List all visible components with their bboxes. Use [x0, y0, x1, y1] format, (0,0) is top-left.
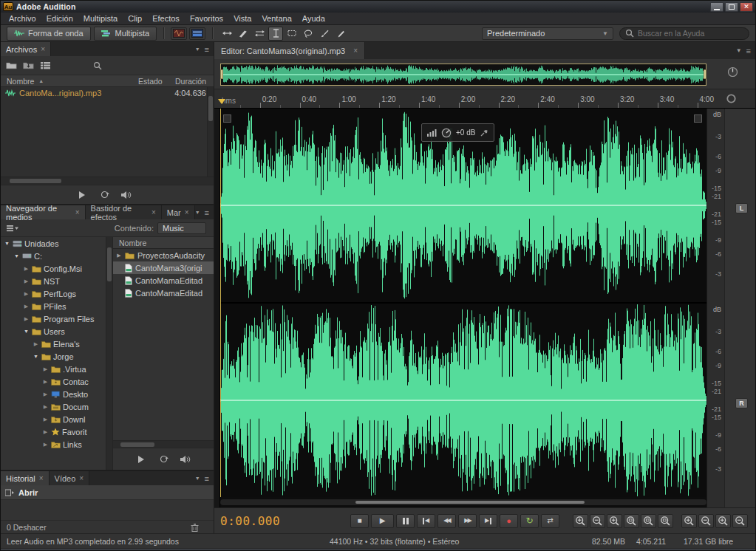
- left-channel-badge[interactable]: L: [735, 203, 748, 213]
- forma-de-onda-button[interactable]: Forma de onda: [7, 27, 91, 41]
- column-duracion[interactable]: Duración: [169, 77, 214, 86]
- pin-icon[interactable]: [480, 129, 488, 137]
- right-channel-badge[interactable]: R: [735, 398, 748, 408]
- panel-menu-icon[interactable]: ≡: [205, 208, 209, 217]
- expand-icon[interactable]: ▶: [42, 366, 49, 372]
- import-media-button[interactable]: [21, 59, 35, 72]
- chevron-down-icon[interactable]: ▼: [736, 47, 742, 54]
- close-button[interactable]: ✕: [740, 2, 753, 12]
- spectral-display-button[interactable]: [189, 27, 205, 40]
- paintbrush-tool-button[interactable]: [317, 27, 332, 41]
- lasso-tool-button[interactable]: [301, 27, 316, 41]
- column-nombre[interactable]: Nombre▲: [1, 77, 138, 86]
- tree-item-virtua[interactable]: ▶.Virtua: [1, 363, 112, 375]
- tree-item-links[interactable]: ▶Links: [1, 438, 112, 451]
- playhead-marker[interactable]: [218, 99, 225, 108]
- expand-icon[interactable]: ▶: [33, 341, 39, 347]
- play-button[interactable]: [134, 453, 149, 466]
- rewind-button[interactable]: ◀◀: [437, 514, 456, 528]
- tree-item-c[interactable]: ▼C:: [1, 250, 112, 262]
- collapse-icon[interactable]: ▼: [4, 241, 10, 246]
- workspace-dropdown[interactable]: Predeterminado ▼: [482, 27, 613, 40]
- list-view-button[interactable]: [38, 59, 52, 72]
- horizontal-zoom-in-button[interactable]: [715, 514, 731, 528]
- expand-icon[interactable]: ▶: [42, 379, 49, 385]
- tree-item-downl[interactable]: ▶Downl: [1, 413, 112, 425]
- menu-archivo[interactable]: Archivo: [4, 14, 41, 23]
- tree-item-pfiles[interactable]: ▶PFiles: [1, 300, 112, 312]
- media-item-cantomama3-origi[interactable]: CantoMama3(origi: [113, 261, 214, 274]
- overview-waveform[interactable]: [220, 64, 706, 86]
- knob-icon[interactable]: [727, 66, 738, 78]
- search-button[interactable]: [90, 59, 105, 72]
- level-meter-icon[interactable]: [726, 93, 737, 104]
- vertical-zoom-out-button[interactable]: [698, 514, 714, 528]
- close-icon[interactable]: ×: [151, 208, 156, 216]
- tree-item-contac[interactable]: ▶Contac: [1, 375, 112, 388]
- loop-button[interactable]: [156, 453, 171, 466]
- files-vertical-scrollbar[interactable]: [207, 87, 214, 177]
- menu-favoritos[interactable]: Favoritos: [185, 14, 228, 23]
- expand-icon[interactable]: ▶: [23, 266, 30, 272]
- expand-icon[interactable]: ▶: [42, 404, 49, 410]
- zoom-selection-button[interactable]: [624, 514, 639, 528]
- time-display[interactable]: 0:00.000: [220, 514, 288, 528]
- playhead-line[interactable]: [220, 109, 221, 497]
- loop-button[interactable]: [97, 188, 112, 202]
- files-tab-archivos[interactable]: Archivos×: [1, 42, 51, 56]
- menu-multipista[interactable]: Multipista: [78, 14, 123, 23]
- help-search-box[interactable]: [619, 27, 749, 40]
- expand-icon[interactable]: ▶: [42, 429, 49, 435]
- collapse-icon[interactable]: ▼: [23, 329, 30, 334]
- multipista-button[interactable]: Multipista: [94, 27, 157, 41]
- close-icon[interactable]: ×: [185, 208, 189, 216]
- help-search-input[interactable]: [638, 29, 734, 38]
- panel-menu-icon[interactable]: ≡: [205, 45, 209, 54]
- media-tab-mar[interactable]: Mar×: [162, 205, 195, 219]
- overview-left-handle[interactable]: [220, 69, 223, 79]
- skip-forward-button[interactable]: ▶: [479, 514, 497, 528]
- tree-item-favorit[interactable]: ▶Favorit: [1, 425, 112, 438]
- marquee-tool-button[interactable]: [285, 27, 299, 41]
- play-button[interactable]: [75, 188, 89, 202]
- maximize-button[interactable]: [725, 2, 738, 12]
- tree-item-program-files[interactable]: ▶Program Files: [1, 312, 112, 325]
- history-entry-abrir[interactable]: Abrir: [1, 485, 214, 500]
- tree-vertical-scrollbar[interactable]: [106, 237, 112, 470]
- zoom-right-edge-button[interactable]: [658, 514, 673, 528]
- zoom-in-selection-button[interactable]: [607, 514, 622, 528]
- pencil-tool-button[interactable]: [333, 27, 348, 41]
- expand-icon[interactable]: ▶: [23, 278, 30, 284]
- close-icon[interactable]: ×: [353, 47, 358, 55]
- expand-icon[interactable]: ▶: [42, 442, 49, 448]
- menu-edicion[interactable]: Edición: [41, 14, 78, 23]
- close-icon[interactable]: ×: [79, 474, 84, 482]
- menu-vista[interactable]: Vista: [228, 14, 256, 23]
- volume-hud[interactable]: +0 dB: [421, 123, 494, 142]
- media-item-cantomamaeditad[interactable]: CantoMamaEditad: [113, 287, 214, 299]
- zoom-left-edge-button[interactable]: [641, 514, 656, 528]
- vertical-zoom-in-button[interactable]: [681, 514, 697, 528]
- media-tab-bastidor-de-efectos[interactable]: Bastidor de efectos×: [86, 205, 162, 219]
- chevron-down-icon[interactable]: ▼: [195, 476, 200, 481]
- expand-icon[interactable]: ▶: [23, 316, 30, 322]
- waveform-display-button[interactable]: [171, 27, 187, 40]
- expand-icon[interactable]: ▶: [42, 417, 49, 422]
- column-estado[interactable]: Estado: [138, 77, 169, 86]
- tree-item-elena-s[interactable]: ▶Elena's: [1, 338, 112, 350]
- menu-ayuda[interactable]: Ayuda: [297, 14, 330, 23]
- minimize-button[interactable]: [710, 2, 723, 12]
- menu-efectos[interactable]: Efectos: [147, 14, 185, 23]
- skip-selection-button[interactable]: ⇄: [541, 514, 559, 528]
- tree-item-nst[interactable]: ▶NST: [1, 275, 112, 287]
- stop-button[interactable]: ■: [350, 514, 369, 528]
- close-icon[interactable]: ×: [39, 474, 44, 482]
- tree-item-docum[interactable]: ▶Docum: [1, 400, 112, 413]
- time-selection-tool-button[interactable]: [268, 27, 283, 41]
- play-button[interactable]: ▶: [371, 514, 394, 528]
- timeline-ruler[interactable]: hms 0:200:401:001:201:402:002:202:403:00…: [214, 89, 755, 109]
- record-button[interactable]: ●: [500, 514, 518, 528]
- zoom-out-button[interactable]: [590, 514, 605, 528]
- loop-button[interactable]: ↻: [520, 514, 539, 528]
- db-scale-ruler[interactable]: dB-3-6-9-15-21-21-15-9-6-3dB-3-6-9-15-21…: [706, 109, 724, 507]
